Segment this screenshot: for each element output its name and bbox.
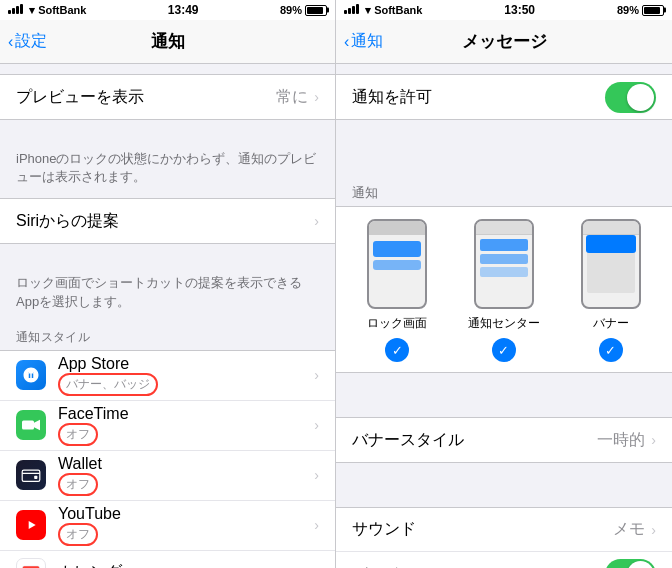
preview-chevron: › [314,89,319,105]
notif-style-header: 通知スタイル [0,323,335,350]
preview-section: プレビューを表示 常に › [0,74,335,120]
appstore-sub: バナー、バッジ [58,373,314,396]
toggle-thumb [627,84,654,111]
left-panel: ▾ SoftBank 13:49 89% ‹ 設定 通知 プレビューを表示 [0,0,336,568]
badge-row: バッジ [336,552,672,568]
allow-notif-toggle[interactable] [605,82,656,113]
youtube-info: YouTube オフ [58,505,314,546]
left-nav-title: 通知 [151,30,185,53]
wallet-chevron: › [314,467,319,483]
notif-banner-phone [581,219,641,309]
svg-marker-1 [34,420,40,431]
sound-badge-group: サウンド メモ › バッジ [336,507,672,568]
right-panel: ▾ SoftBank 13:50 89% ‹ 通知 メッセージ 通知を許可 [336,0,672,568]
app-row-calendar[interactable]: 13 カレンダー › [0,551,335,568]
facetime-icon [16,410,46,440]
right-battery: 89% [617,4,664,16]
notif-section-label: 通知 [336,164,672,206]
preview-value: 常に [276,87,308,108]
notif-lock-option[interactable]: ロック画面 ✓ [367,219,427,362]
notif-banner-label: バナー [593,315,629,332]
right-status-bar: ▾ SoftBank 13:50 89% [336,0,672,20]
appstore-name: App Store [58,355,314,373]
app-row-wallet[interactable]: Wallet オフ › [0,451,335,501]
phone-top-bar-lock [369,221,425,235]
preview-label: プレビューを表示 [16,87,276,108]
phone-top-bar-center [476,221,532,235]
notif-center-label: 通知センター [468,315,540,332]
allow-notif-label: 通知を許可 [352,87,605,108]
allow-notif-row: 通知を許可 [336,75,672,119]
badge-toggle[interactable] [605,559,656,569]
banner-style-value: 一時的 [597,430,645,451]
notif-center-phone [474,219,534,309]
svg-rect-2 [22,470,40,481]
left-battery: 89% [280,4,327,16]
appstore-info: App Store バナー、バッジ [58,355,314,396]
banner-style-row[interactable]: バナースタイル 一時的 › [336,418,672,462]
left-back-button[interactable]: ‹ 設定 [8,31,47,52]
siri-label: Siriからの提案 [16,211,314,232]
youtube-sub: オフ [58,523,314,546]
svg-rect-3 [34,476,37,479]
siri-chevron: › [314,213,319,229]
wallet-info: Wallet オフ [58,455,314,496]
facetime-sub-highlight: オフ [58,423,98,446]
siri-description: ロック画面でショートカットの提案を表示できるAppを選択します。 [0,268,335,322]
app-row-appstore[interactable]: App Store バナー、バッジ › [0,351,335,401]
notif-lock-bar1 [373,241,421,257]
appstore-icon [16,360,46,390]
app-row-facetime[interactable]: FaceTime オフ › [0,401,335,451]
wallet-sub-highlight: オフ [58,473,98,496]
sound-chevron: › [651,522,656,538]
youtube-icon [16,510,46,540]
preview-row[interactable]: プレビューを表示 常に › [0,75,335,119]
notif-center-option[interactable]: 通知センター ✓ [468,219,540,362]
appstore-sub-highlight: バナー、バッジ [58,373,158,396]
notif-banner-check: ✓ [599,338,623,362]
banner-style-chevron: › [651,432,656,448]
banner-style-label: バナースタイル [352,430,597,451]
left-time: 13:49 [168,3,199,17]
left-status-bar: ▾ SoftBank 13:49 89% [0,0,335,20]
calendar-name: カレンダー [58,562,314,568]
sound-row[interactable]: サウンド メモ › [336,508,672,552]
left-content: プレビューを表示 常に › iPhoneのロックの状態にかかわらず、通知のプレビ… [0,64,335,568]
badge-toggle-thumb [627,561,654,569]
notif-lock-phone [367,219,427,309]
settings-group: バナースタイル 一時的 › [336,417,672,463]
right-battery-icon [642,5,664,16]
right-back-label: 通知 [351,31,383,52]
calendar-info: カレンダー [58,562,314,568]
siri-section: Siriからの提案 › [0,198,335,244]
badge-label: バッジ [352,564,605,569]
right-time: 13:50 [504,3,535,17]
app-list: App Store バナー、バッジ › FaceTime [0,350,335,568]
notif-lock-label: ロック画面 [367,315,427,332]
notif-center-bar1 [480,239,528,251]
siri-row[interactable]: Siriからの提案 › [0,199,335,243]
facetime-name: FaceTime [58,405,314,423]
notif-options-section: ロック画面 ✓ 通知センター ✓ [336,206,672,373]
youtube-sub-highlight: オフ [58,523,98,546]
left-back-chevron: ‹ [8,33,13,51]
notif-center-bar3 [480,267,528,277]
notif-banner-option[interactable]: バナー ✓ [581,219,641,362]
app-row-youtube[interactable]: YouTube オフ › [0,501,335,551]
notif-options-bottom-pad [336,362,672,372]
calendar-icon: 13 [16,558,46,568]
preview-description: iPhoneのロックの状態にかかわらず、通知のプレビューは表示されます。 [0,144,335,198]
facetime-chevron: › [314,417,319,433]
phone-top-bar-banner [583,221,639,235]
left-nav-bar: ‹ 設定 通知 [0,20,335,64]
notif-lock-check: ✓ [385,338,409,362]
facetime-sub: オフ [58,423,314,446]
right-content: 通知を許可 通知 ロック画面 ✓ [336,64,672,568]
right-nav-bar: ‹ 通知 メッセージ [336,20,672,64]
facetime-info: FaceTime オフ [58,405,314,446]
left-back-label: 設定 [15,31,47,52]
youtube-chevron: › [314,517,319,533]
notif-banner-overlay [586,235,636,253]
battery-icon [305,5,327,16]
right-back-button[interactable]: ‹ 通知 [344,31,383,52]
